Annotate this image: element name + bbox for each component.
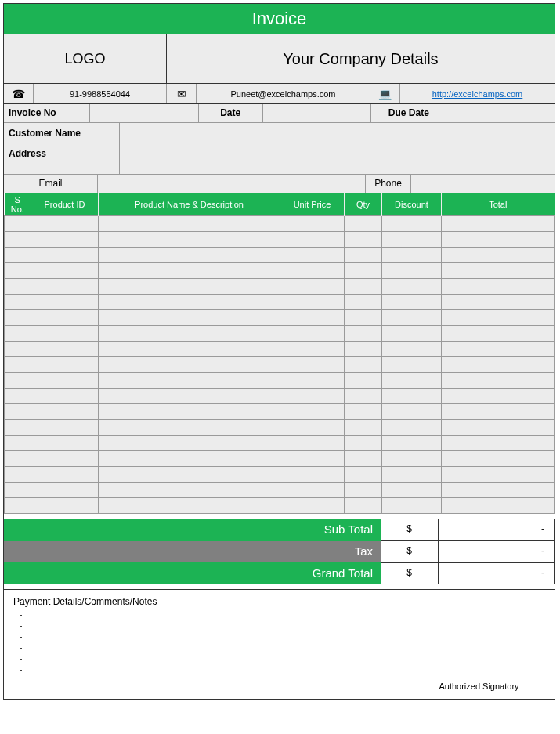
table-cell[interactable] bbox=[345, 389, 382, 404]
table-cell[interactable] bbox=[382, 404, 442, 420]
date-value[interactable] bbox=[263, 104, 372, 122]
table-cell[interactable] bbox=[345, 404, 382, 420]
table-cell[interactable] bbox=[99, 498, 280, 514]
table-cell[interactable] bbox=[345, 357, 382, 373]
table-cell[interactable] bbox=[280, 357, 345, 373]
table-cell[interactable] bbox=[31, 216, 99, 232]
table-cell[interactable] bbox=[99, 279, 280, 295]
table-cell[interactable] bbox=[280, 436, 345, 451]
table-cell[interactable] bbox=[280, 342, 345, 357]
table-cell[interactable] bbox=[382, 248, 442, 263]
table-cell[interactable] bbox=[280, 310, 345, 326]
table-cell[interactable] bbox=[382, 420, 442, 436]
table-cell[interactable] bbox=[5, 498, 31, 514]
table-row[interactable] bbox=[5, 295, 555, 310]
table-cell[interactable] bbox=[99, 420, 280, 436]
cust-email-value[interactable] bbox=[98, 175, 366, 193]
table-cell[interactable] bbox=[99, 467, 280, 483]
table-cell[interactable] bbox=[382, 483, 442, 498]
invoice-no-value[interactable] bbox=[90, 104, 199, 122]
table-cell[interactable] bbox=[99, 373, 280, 389]
table-cell[interactable] bbox=[31, 451, 99, 467]
cust-phone-value[interactable] bbox=[411, 175, 555, 193]
table-cell[interactable] bbox=[31, 373, 99, 389]
table-cell[interactable] bbox=[345, 451, 382, 467]
table-row[interactable] bbox=[5, 451, 555, 467]
table-cell[interactable] bbox=[280, 263, 345, 279]
table-cell[interactable] bbox=[345, 326, 382, 342]
table-cell[interactable] bbox=[5, 451, 31, 467]
table-row[interactable] bbox=[5, 232, 555, 248]
table-cell[interactable] bbox=[442, 357, 555, 373]
table-cell[interactable] bbox=[345, 467, 382, 483]
table-cell[interactable] bbox=[99, 216, 280, 232]
table-cell[interactable] bbox=[31, 263, 99, 279]
table-cell[interactable] bbox=[280, 483, 345, 498]
table-row[interactable] bbox=[5, 216, 555, 232]
table-cell[interactable] bbox=[442, 389, 555, 404]
table-cell[interactable] bbox=[31, 467, 99, 483]
table-cell[interactable] bbox=[31, 404, 99, 420]
table-row[interactable] bbox=[5, 436, 555, 451]
table-cell[interactable] bbox=[382, 467, 442, 483]
table-cell[interactable] bbox=[382, 373, 442, 389]
table-cell[interactable] bbox=[99, 342, 280, 357]
table-cell[interactable] bbox=[31, 342, 99, 357]
table-cell[interactable] bbox=[99, 232, 280, 248]
table-cell[interactable] bbox=[99, 404, 280, 420]
table-row[interactable] bbox=[5, 467, 555, 483]
table-cell[interactable] bbox=[280, 248, 345, 263]
table-cell[interactable] bbox=[442, 498, 555, 514]
table-cell[interactable] bbox=[442, 216, 555, 232]
table-cell[interactable] bbox=[99, 483, 280, 498]
table-cell[interactable] bbox=[345, 436, 382, 451]
address-value[interactable] bbox=[120, 143, 555, 174]
table-cell[interactable] bbox=[442, 295, 555, 310]
table-cell[interactable] bbox=[442, 263, 555, 279]
table-cell[interactable] bbox=[382, 498, 442, 514]
table-cell[interactable] bbox=[345, 295, 382, 310]
table-cell[interactable] bbox=[99, 295, 280, 310]
table-row[interactable] bbox=[5, 498, 555, 514]
table-cell[interactable] bbox=[345, 483, 382, 498]
due-date-value[interactable] bbox=[446, 104, 555, 122]
customer-name-value[interactable] bbox=[120, 123, 555, 143]
table-cell[interactable] bbox=[382, 310, 442, 326]
table-cell[interactable] bbox=[5, 357, 31, 373]
table-cell[interactable] bbox=[5, 310, 31, 326]
table-row[interactable] bbox=[5, 420, 555, 436]
table-cell[interactable] bbox=[5, 216, 31, 232]
table-cell[interactable] bbox=[280, 232, 345, 248]
table-cell[interactable] bbox=[5, 248, 31, 263]
table-cell[interactable] bbox=[442, 232, 555, 248]
table-cell[interactable] bbox=[99, 436, 280, 451]
table-cell[interactable] bbox=[99, 389, 280, 404]
table-cell[interactable] bbox=[5, 404, 31, 420]
table-cell[interactable] bbox=[442, 310, 555, 326]
table-cell[interactable] bbox=[99, 248, 280, 263]
table-cell[interactable] bbox=[280, 404, 345, 420]
table-cell[interactable] bbox=[345, 420, 382, 436]
table-cell[interactable] bbox=[280, 216, 345, 232]
table-cell[interactable] bbox=[31, 389, 99, 404]
table-cell[interactable] bbox=[345, 279, 382, 295]
table-cell[interactable] bbox=[442, 248, 555, 263]
table-row[interactable] bbox=[5, 263, 555, 279]
table-cell[interactable] bbox=[280, 279, 345, 295]
table-cell[interactable] bbox=[442, 279, 555, 295]
table-cell[interactable] bbox=[280, 295, 345, 310]
table-cell[interactable] bbox=[5, 436, 31, 451]
table-cell[interactable] bbox=[99, 451, 280, 467]
table-cell[interactable] bbox=[5, 389, 31, 404]
table-cell[interactable] bbox=[280, 373, 345, 389]
table-cell[interactable] bbox=[280, 467, 345, 483]
table-cell[interactable] bbox=[31, 279, 99, 295]
table-cell[interactable] bbox=[382, 389, 442, 404]
table-cell[interactable] bbox=[31, 483, 99, 498]
table-cell[interactable] bbox=[280, 389, 345, 404]
table-cell[interactable] bbox=[5, 373, 31, 389]
table-cell[interactable] bbox=[31, 420, 99, 436]
table-cell[interactable] bbox=[442, 342, 555, 357]
table-row[interactable] bbox=[5, 373, 555, 389]
table-cell[interactable] bbox=[382, 232, 442, 248]
